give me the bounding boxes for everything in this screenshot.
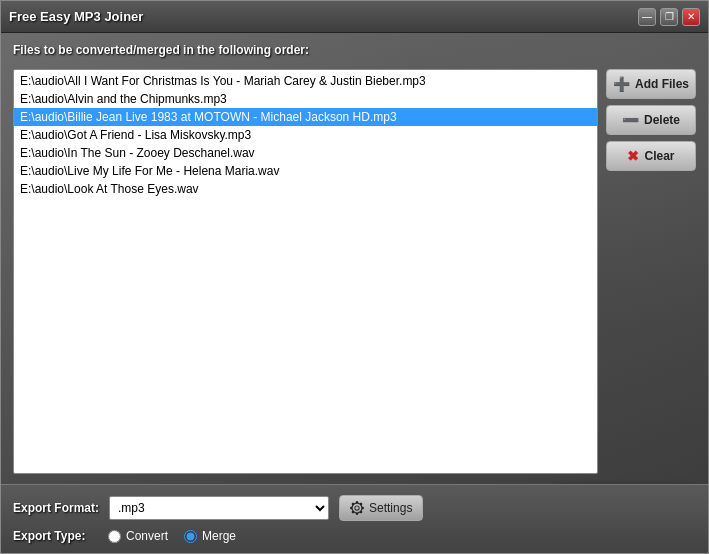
file-list-container[interactable]: E:\audio\All I Want For Christmas Is You… bbox=[13, 69, 598, 474]
list-item[interactable]: E:\audio\Look At Those Eyes.wav bbox=[14, 180, 597, 198]
title-bar: Free Easy MP3 Joiner — ❐ ✕ bbox=[1, 1, 708, 33]
export-format-label: Export Format: bbox=[13, 501, 99, 515]
list-item[interactable]: E:\audio\Billie Jean Live 1983 at MOTOWN… bbox=[14, 108, 597, 126]
file-list: E:\audio\All I Want For Christmas Is You… bbox=[14, 70, 597, 200]
export-type-row: Export Type: Convert Merge bbox=[13, 529, 696, 543]
list-item[interactable]: E:\audio\In The Sun - Zooey Deschanel.wa… bbox=[14, 144, 597, 162]
gear-icon bbox=[350, 501, 364, 515]
merge-label: Merge bbox=[202, 529, 236, 543]
minus-icon: ➖ bbox=[622, 112, 639, 128]
convert-option[interactable]: Convert bbox=[108, 529, 168, 543]
list-item[interactable]: E:\audio\Alvin and the Chipmunks.mp3 bbox=[14, 90, 597, 108]
radio-group: Convert Merge bbox=[108, 529, 236, 543]
list-item[interactable]: E:\audio\Got A Friend - Lisa Miskovsky.m… bbox=[14, 126, 597, 144]
merge-option[interactable]: Merge bbox=[184, 529, 236, 543]
file-area: E:\audio\All I Want For Christmas Is You… bbox=[13, 69, 696, 474]
list-item[interactable]: E:\audio\All I Want For Christmas Is You… bbox=[14, 72, 597, 90]
side-buttons: ➕ Add Files ➖ Delete ✖ Clear bbox=[606, 69, 696, 474]
section-label: Files to be converted/merged in the foll… bbox=[13, 43, 696, 57]
add-files-label: Add Files bbox=[635, 77, 689, 91]
delete-button[interactable]: ➖ Delete bbox=[606, 105, 696, 135]
window-controls: — ❐ ✕ bbox=[638, 8, 700, 26]
bottom-panel: Export Format: .mp3.wav.ogg.flac.aac Set… bbox=[1, 484, 708, 553]
convert-label: Convert bbox=[126, 529, 168, 543]
list-item[interactable]: E:\audio\Live My Life For Me - Helena Ma… bbox=[14, 162, 597, 180]
restore-button[interactable]: ❐ bbox=[660, 8, 678, 26]
clear-label: Clear bbox=[644, 149, 674, 163]
main-content: Files to be converted/merged in the foll… bbox=[1, 33, 708, 484]
plus-icon: ➕ bbox=[613, 76, 630, 92]
settings-button[interactable]: Settings bbox=[339, 495, 423, 521]
export-format-row: Export Format: .mp3.wav.ogg.flac.aac Set… bbox=[13, 495, 696, 521]
merge-radio[interactable] bbox=[184, 530, 197, 543]
x-icon: ✖ bbox=[627, 148, 639, 164]
convert-radio[interactable] bbox=[108, 530, 121, 543]
settings-label: Settings bbox=[369, 501, 412, 515]
format-select[interactable]: .mp3.wav.ogg.flac.aac bbox=[109, 496, 329, 520]
minimize-button[interactable]: — bbox=[638, 8, 656, 26]
export-type-label: Export Type: bbox=[13, 529, 98, 543]
window-title: Free Easy MP3 Joiner bbox=[9, 9, 143, 24]
add-files-button[interactable]: ➕ Add Files bbox=[606, 69, 696, 99]
main-window: Free Easy MP3 Joiner — ❐ ✕ Files to be c… bbox=[0, 0, 709, 554]
close-button[interactable]: ✕ bbox=[682, 8, 700, 26]
delete-label: Delete bbox=[644, 113, 680, 127]
clear-button[interactable]: ✖ Clear bbox=[606, 141, 696, 171]
